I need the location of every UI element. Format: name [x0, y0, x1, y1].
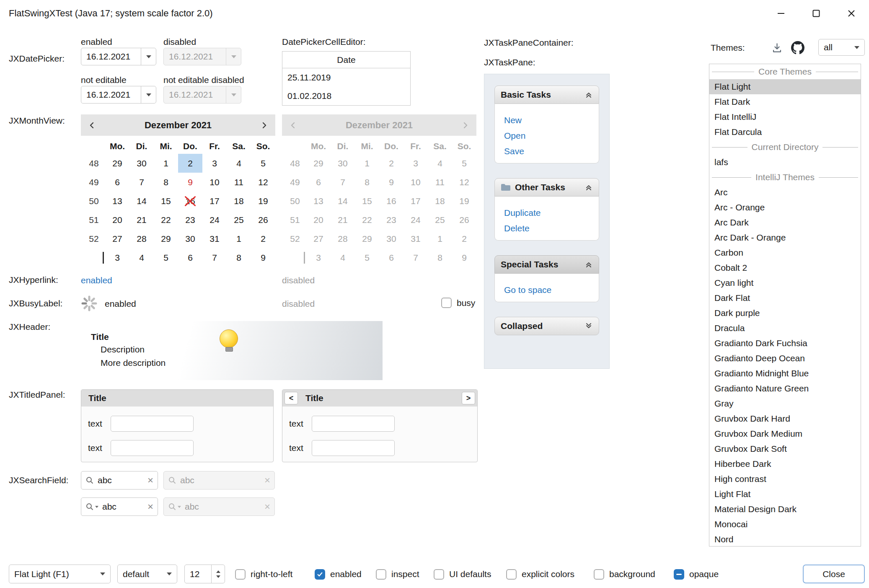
day-cell[interactable]: 2	[251, 229, 275, 248]
theme-item[interactable]: Gradianto Nature Green	[709, 381, 861, 396]
day-cell[interactable]: 8	[154, 173, 178, 192]
font-combo[interactable]: default	[117, 565, 177, 583]
day-cell[interactable]: 20	[105, 210, 129, 229]
day-cell[interactable]: 23	[178, 210, 202, 229]
day-cell[interactable]: 30	[178, 229, 202, 248]
task-link[interactable]: Open	[504, 128, 599, 143]
spinner-value[interactable]: 12	[185, 569, 211, 579]
day-cell[interactable]: 17	[202, 192, 227, 210]
day-cell[interactable]: 24	[202, 210, 227, 229]
day-cell[interactable]: 2	[178, 154, 202, 173]
search-value[interactable]: abc	[102, 502, 144, 512]
prev-button[interactable]: <	[284, 392, 298, 404]
day-cell[interactable]: 27	[105, 229, 129, 248]
datepicker-dropdown-button[interactable]	[141, 48, 156, 65]
day-cell[interactable]: 29	[154, 229, 178, 248]
day-cell[interactable]: 21	[129, 210, 154, 229]
date-value[interactable]: 16.12.2021	[81, 52, 141, 62]
search-value[interactable]: abc	[98, 475, 144, 485]
day-cell[interactable]: 28	[129, 229, 154, 248]
day-cell[interactable]: 1	[227, 229, 251, 248]
checkbox-explicit-colors[interactable]: explicit colors	[506, 565, 574, 583]
theme-item[interactable]: Cyan light	[709, 275, 861, 290]
datepicker-dropdown-button[interactable]	[141, 86, 156, 103]
day-cell[interactable]: 4	[129, 248, 154, 267]
table-row[interactable]: 25.11.2019	[282, 68, 410, 87]
theme-item[interactable]: Light Flat	[709, 487, 861, 502]
day-cell[interactable]: 7	[202, 248, 227, 267]
checkbox-right-to-left[interactable]: right-to-left	[235, 565, 292, 583]
theme-item[interactable]: Gradianto Midnight Blue	[709, 366, 861, 381]
day-cell[interactable]: 8	[227, 248, 251, 267]
day-cell[interactable]: 1	[154, 154, 178, 173]
day-cell[interactable]: 30	[129, 154, 154, 173]
checkbox-box[interactable]	[434, 569, 444, 580]
theme-item[interactable]: Arc Dark	[709, 215, 861, 230]
theme-item[interactable]: Gray	[709, 396, 861, 411]
day-cell[interactable]: 26	[251, 210, 275, 229]
text-field[interactable]	[111, 440, 194, 456]
task-link[interactable]: Delete	[504, 220, 599, 236]
checkbox-box[interactable]	[315, 569, 325, 580]
theme-item[interactable]: Gruvbox Dark Hard	[709, 411, 861, 426]
day-cell[interactable]: 6	[178, 248, 202, 267]
checkbox-box[interactable]	[674, 569, 684, 580]
theme-item[interactable]: Flat Dark	[709, 94, 861, 109]
search-field[interactable]: abc ×	[81, 471, 158, 490]
datepicker-enabled[interactable]: 16.12.2021	[81, 48, 156, 65]
task-pane-header[interactable]: Special Tasks	[494, 255, 599, 274]
day-cell[interactable]: 3	[202, 154, 227, 173]
minimize-button[interactable]	[763, 0, 799, 27]
day-cell[interactable]: 11	[227, 173, 251, 192]
theme-item[interactable]: Gradianto Deep Ocean	[709, 351, 861, 366]
day-cell[interactable]: 12	[251, 173, 275, 192]
day-cell[interactable]: 31	[202, 229, 227, 248]
theme-item[interactable]: Hiberbee Dark	[709, 456, 861, 471]
day-cell[interactable]: 18	[227, 192, 251, 210]
day-cell[interactable]: 6	[105, 173, 129, 192]
theme-item[interactable]: Flat IntelliJ	[709, 109, 861, 124]
day-cell[interactable]: 5	[154, 248, 178, 267]
prev-month-button[interactable]	[83, 117, 101, 134]
next-month-button[interactable]	[255, 117, 273, 134]
checkbox-box[interactable]	[506, 569, 517, 580]
datepicker-not-editable[interactable]: 16.12.2021	[81, 86, 156, 104]
theme-item[interactable]: Nord	[709, 532, 861, 547]
maximize-button[interactable]	[799, 0, 834, 27]
spinner-up-icon[interactable]	[216, 570, 220, 573]
theme-item[interactable]: Gruvbox Dark Medium	[709, 426, 861, 441]
clear-icon[interactable]: ×	[147, 475, 153, 485]
checkbox-box[interactable]	[376, 569, 386, 580]
theme-item[interactable]: Dark purple	[709, 306, 861, 321]
day-cell[interactable]: 16	[178, 192, 202, 210]
text-field[interactable]	[111, 416, 194, 432]
spinner-down-icon[interactable]	[216, 575, 220, 578]
day-cell[interactable]: 3	[105, 248, 129, 267]
close-dialog-button[interactable]: Close	[803, 565, 865, 583]
day-cell[interactable]: 25	[227, 210, 251, 229]
day-cell[interactable]: 13	[105, 192, 129, 210]
close-button[interactable]	[834, 0, 869, 27]
checkbox-enabled[interactable]: enabled	[315, 565, 362, 583]
task-pane-header[interactable]: Basic Tasks	[494, 85, 599, 104]
checkbox-inspect[interactable]: inspect	[376, 565, 419, 583]
task-pane-header[interactable]: Collapsed	[494, 317, 599, 335]
task-link[interactable]: Save	[504, 143, 599, 159]
theme-item[interactable]: Gruvbox Dark Soft	[709, 441, 861, 456]
search-field-with-menu[interactable]: abc ×	[81, 497, 158, 516]
clear-icon[interactable]: ×	[147, 502, 153, 512]
day-cell[interactable]: 4	[227, 154, 251, 173]
theme-item[interactable]: Gradianto Dark Fuchsia	[709, 336, 861, 351]
theme-item[interactable]: Arc Dark - Orange	[709, 230, 861, 245]
checkbox-opaque[interactable]: opaque	[674, 565, 719, 583]
day-cell[interactable]: 19	[251, 192, 275, 210]
day-cell[interactable]: 9	[178, 173, 202, 192]
font-size-spinner[interactable]: 12	[184, 565, 225, 583]
date-table-column-header[interactable]: Date	[282, 52, 410, 68]
download-button[interactable]	[770, 41, 784, 54]
day-cell[interactable]: 14	[129, 192, 154, 210]
theme-item[interactable]: Carbon	[709, 245, 861, 260]
theme-item[interactable]: High contrast	[709, 471, 861, 487]
theme-item[interactable]: Arc	[709, 185, 861, 200]
day-cell[interactable]: 22	[154, 210, 178, 229]
